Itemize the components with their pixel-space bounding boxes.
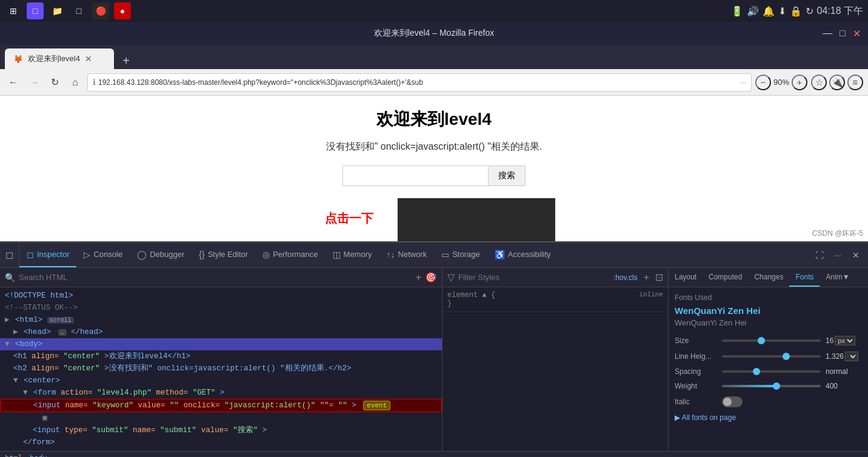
taskbar-icon-purple[interactable]: □ bbox=[27, 2, 44, 19]
size-label: Size bbox=[675, 336, 717, 345]
menu-button[interactable]: ≡ bbox=[847, 75, 863, 90]
devtools-close-button[interactable]: ✕ bbox=[849, 248, 863, 262]
nav-extras: ☆ 🔌 ≡ bbox=[811, 75, 863, 90]
tab-fonts[interactable]: Fonts bbox=[789, 268, 820, 287]
home-button[interactable]: ⌂ bbox=[67, 74, 84, 91]
tab-console[interactable]: ▷ Console bbox=[76, 242, 130, 267]
close-button[interactable]: ✕ bbox=[853, 28, 861, 39]
weight-slider[interactable] bbox=[722, 385, 821, 387]
maximize-button[interactable]: □ bbox=[840, 28, 846, 39]
html-line-body[interactable]: ▼ <body> bbox=[0, 338, 442, 350]
zoom-minus-button[interactable]: − bbox=[755, 75, 771, 90]
tab-inspector[interactable]: ◻ Inspector bbox=[19, 242, 76, 267]
tab-style-editor[interactable]: {} Style Editor bbox=[192, 242, 255, 267]
search-button[interactable]: 搜索 bbox=[488, 165, 526, 186]
page-title: 欢迎来到level4 bbox=[376, 108, 492, 131]
performance-icon: ◎ bbox=[262, 250, 270, 259]
size-slider[interactable] bbox=[722, 339, 821, 342]
taskbar-icon-terminal[interactable]: □ bbox=[70, 2, 87, 19]
weight-label: Weight bbox=[675, 382, 717, 390]
styles-add-button[interactable]: + bbox=[644, 272, 649, 283]
tab-layout[interactable]: Layout bbox=[669, 268, 703, 287]
spacing-label: Spacing bbox=[675, 367, 717, 376]
search-input[interactable] bbox=[342, 165, 488, 186]
back-button[interactable]: ← bbox=[5, 74, 22, 91]
extensions-button[interactable]: 🔌 bbox=[829, 75, 845, 90]
line-height-row: Line Heig... 1.326 bbox=[675, 352, 862, 361]
devtools-more-button[interactable]: ··· bbox=[830, 248, 845, 262]
devtools-pick-button[interactable]: ◻ bbox=[0, 242, 19, 268]
network-icon: ↑↓ bbox=[387, 250, 395, 259]
forward-button[interactable]: → bbox=[25, 74, 42, 91]
browser-tab[interactable]: 🦊 欢迎来到level4 ✕ bbox=[5, 48, 114, 69]
fonts-primary-name: WenQuanYi Zen Hei bbox=[675, 305, 862, 316]
zoom-level: 90% bbox=[773, 78, 789, 87]
size-unit-select[interactable]: px bbox=[835, 336, 855, 345]
devtools-breadcrumb: html › body bbox=[0, 451, 868, 457]
event-badge[interactable]: event bbox=[363, 401, 390, 410]
spacing-slider[interactable] bbox=[722, 370, 821, 373]
italic-row: Italic bbox=[675, 396, 862, 407]
tab-performance[interactable]: ◎ Performance bbox=[255, 242, 325, 267]
html-line-doctype: <!DOCTYPE html> bbox=[0, 290, 442, 302]
html-line-input-submit: <input type= "submit" name= "submit" val… bbox=[0, 424, 442, 436]
bookmark-button[interactable]: ☆ bbox=[811, 75, 827, 90]
tab-title: 欢迎来到level4 bbox=[28, 53, 80, 64]
security-icon: ℹ bbox=[93, 78, 96, 87]
network-label: Network bbox=[398, 250, 427, 259]
inspector-icon: ◻ bbox=[27, 250, 34, 259]
storage-label: Storage bbox=[452, 250, 480, 259]
breadcrumb-body[interactable]: body bbox=[30, 454, 47, 458]
html-search-input[interactable] bbox=[19, 273, 412, 282]
tab-changes[interactable]: Changes bbox=[748, 268, 789, 287]
tab-storage[interactable]: ▭ Storage bbox=[434, 242, 487, 267]
font-size-row: Size 16 px bbox=[675, 336, 862, 345]
responsive-design-button[interactable]: ⛶ bbox=[812, 248, 827, 262]
taskbar-icon-folder[interactable]: 📁 bbox=[48, 2, 65, 19]
scroll-badge[interactable]: scroll bbox=[47, 317, 74, 324]
url-more-icon: ··· bbox=[740, 78, 746, 87]
italic-label: Italic bbox=[675, 398, 717, 406]
html-line-input-keyword[interactable]: <input name= "keyword" value= "" onclick… bbox=[0, 399, 442, 412]
pick-element-button[interactable]: 🎯 bbox=[425, 272, 437, 283]
tab-memory[interactable]: ◫ Memory bbox=[326, 242, 379, 267]
search-area: 搜索 bbox=[342, 165, 526, 186]
taskbar-icon-apps[interactable]: ⊞ bbox=[5, 2, 22, 19]
add-node-button[interactable]: + bbox=[416, 272, 421, 283]
styles-copy-button[interactable]: ⊡ bbox=[655, 272, 663, 283]
hov-cls-button[interactable]: :hov.cls bbox=[613, 273, 638, 282]
line-height-slider[interactable] bbox=[722, 355, 821, 358]
taskbar-time: 04:18 下午 bbox=[817, 5, 863, 18]
html-line-icon: ▣ bbox=[0, 412, 442, 424]
tab-debugger[interactable]: ◯ Debugger bbox=[130, 242, 192, 267]
line-height-unit-select[interactable] bbox=[845, 352, 858, 361]
tab-close-button[interactable]: ✕ bbox=[85, 54, 92, 64]
address-bar[interactable]: ℹ 192.168.43.128:8080/xss-labs-master/le… bbox=[87, 73, 752, 92]
taskbar-icon-burp[interactable]: ● bbox=[114, 2, 131, 19]
fonts-sub-name: WenQuanYi Zen Hei bbox=[675, 318, 862, 327]
taskbar-icon-dark[interactable]: 🔴 bbox=[92, 2, 109, 19]
html-line-head: ▶ <head> … </head> bbox=[0, 326, 442, 338]
tab-accessibility[interactable]: ♿ Accessibility bbox=[487, 242, 558, 267]
all-fonts-link[interactable]: ▶ All fonts on page bbox=[675, 413, 862, 422]
zoom-plus-button[interactable]: + bbox=[792, 75, 807, 90]
status-note: CSDN @坏坏-5 bbox=[812, 228, 863, 239]
size-value: 16 px bbox=[826, 336, 862, 345]
breadcrumb-html[interactable]: html bbox=[5, 454, 22, 458]
accessibility-label: Accessibility bbox=[508, 250, 551, 259]
reload-button[interactable]: ↻ bbox=[46, 74, 63, 91]
performance-label: Performance bbox=[273, 250, 318, 259]
html-panel: 🔍 + 🎯 <!DOCTYPE html> <!--STATUS OK--> ▶… bbox=[0, 268, 442, 451]
styles-filter-input[interactable] bbox=[458, 273, 610, 282]
new-tab-button[interactable]: + bbox=[118, 52, 135, 69]
tab-computed[interactable]: Computed bbox=[703, 268, 748, 287]
html-line-form-close: </form> bbox=[0, 436, 442, 449]
minimize-button[interactable]: — bbox=[823, 28, 832, 39]
tab-animations[interactable]: Anim▼ bbox=[820, 268, 855, 287]
italic-toggle[interactable] bbox=[722, 396, 743, 407]
tab-network[interactable]: ↑↓ Network bbox=[379, 242, 435, 267]
html-search-bar: 🔍 + 🎯 bbox=[0, 268, 442, 287]
spacing-value: normal bbox=[826, 367, 862, 376]
html-line-form: ▼ <form action= "level4.php" method= "GE… bbox=[0, 387, 442, 399]
page-subtitle: 没有找到和" onclick=javascript:alert() "相关的结果… bbox=[326, 141, 542, 153]
